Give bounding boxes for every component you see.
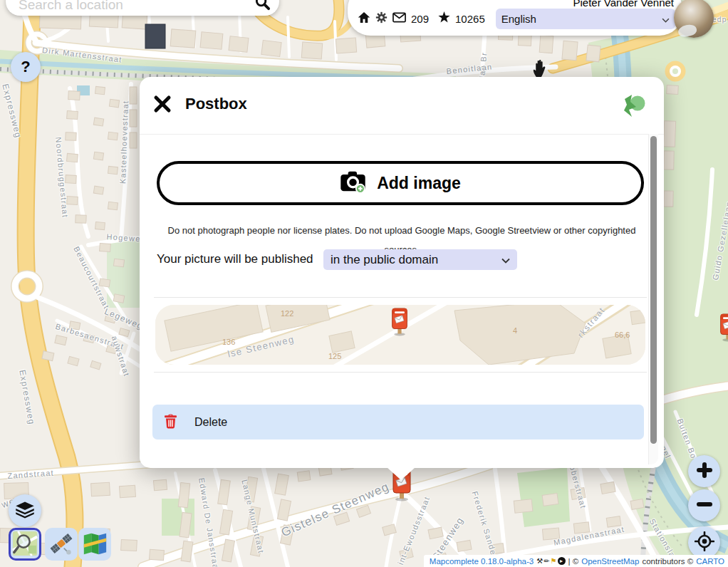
home-icon[interactable] bbox=[358, 11, 370, 26]
folded-map-icon bbox=[81, 530, 108, 559]
camera-plus-icon bbox=[340, 170, 366, 197]
osm-link[interactable]: OpenStreetMap bbox=[581, 557, 639, 566]
dialog-scrollbar[interactable] bbox=[648, 134, 658, 464]
language-value: English bbox=[501, 13, 536, 25]
search-icon[interactable] bbox=[254, 0, 271, 14]
attribution-icons: ⚒✏⚑▸ bbox=[536, 557, 565, 565]
feature-minimap[interactable]: lse Steenwegrkstraat 122136125466,6 bbox=[155, 305, 645, 365]
chevron-down-icon bbox=[501, 253, 510, 267]
zoom-out-button[interactable] bbox=[688, 489, 720, 521]
chevron-down-icon bbox=[662, 13, 670, 25]
attribution-icon: ✏ bbox=[544, 558, 549, 565]
license-value: in the public domain bbox=[331, 253, 438, 267]
house-number: 4 bbox=[513, 326, 517, 335]
minus-icon bbox=[696, 496, 713, 515]
add-image-label: Add image bbox=[377, 174, 461, 193]
background-osm-button[interactable] bbox=[9, 528, 41, 561]
trash-icon bbox=[164, 413, 177, 432]
search-bar bbox=[6, 0, 279, 16]
zoom-in-button[interactable] bbox=[688, 455, 720, 487]
user-name: Pieter Vander Vennet bbox=[573, 0, 675, 9]
search-input[interactable] bbox=[17, 0, 254, 14]
changeset-count: 10265 bbox=[455, 13, 485, 25]
delete-button[interactable]: Delete bbox=[152, 405, 644, 439]
language-select[interactable]: English bbox=[496, 9, 675, 29]
postbox-marker-mini bbox=[390, 308, 409, 339]
divider bbox=[154, 372, 647, 373]
plus-icon bbox=[696, 462, 713, 481]
license-select[interactable]: in the public domain bbox=[323, 249, 517, 270]
attribution-icon: ⚒ bbox=[536, 558, 543, 565]
publish-label: Your picture will be published bbox=[157, 252, 313, 266]
layers-button[interactable] bbox=[9, 494, 41, 527]
divider bbox=[154, 297, 647, 298]
mapcomplete-app: Dirk MartensstraatJan BrBenoitlaanExpres… bbox=[0, 0, 728, 567]
attribution-icon: ▸ bbox=[558, 557, 566, 565]
dialog-title: Postbox bbox=[185, 95, 247, 113]
delete-label: Delete bbox=[194, 416, 227, 429]
osm-map-search-icon bbox=[11, 530, 38, 559]
attribution-separator: | © bbox=[568, 557, 579, 566]
house-number: 125 bbox=[328, 352, 341, 360]
background-satellite-button[interactable] bbox=[45, 528, 78, 561]
postbox-marker-partial[interactable] bbox=[719, 313, 728, 345]
attribution-bar: Mapcomplete 0.18.0-alpha-3 ⚒✏⚑▸ | © Open… bbox=[424, 555, 728, 567]
house-number: 66,6 bbox=[615, 331, 630, 339]
close-icon[interactable] bbox=[152, 94, 174, 115]
layers-icon bbox=[15, 501, 35, 521]
mapcomplete-version-link[interactable]: Mapcomplete 0.18.0-alpha-3 bbox=[430, 557, 534, 566]
dialog-pointer bbox=[387, 467, 415, 480]
messages-envelope-icon[interactable] bbox=[392, 12, 406, 26]
help-button[interactable]: ? bbox=[11, 52, 41, 82]
house-number: 136 bbox=[222, 338, 235, 346]
attribution-icon: ⚑ bbox=[551, 558, 557, 565]
settings-gear-icon[interactable] bbox=[375, 11, 388, 26]
inbox-count: 209 bbox=[411, 13, 429, 25]
geolocate-crosshair-icon bbox=[695, 531, 714, 553]
header-divider bbox=[140, 134, 664, 135]
scrollbar-thumb[interactable] bbox=[650, 136, 657, 444]
house-number: 122 bbox=[281, 309, 293, 318]
add-image-button[interactable]: Add image bbox=[157, 161, 644, 205]
satellite-icon bbox=[48, 530, 75, 559]
postbox-dialog: Postbox Add image Do not photograph peop… bbox=[140, 77, 664, 468]
background-map-button[interactable] bbox=[78, 528, 111, 561]
carto-link[interactable]: CARTO bbox=[696, 557, 724, 566]
star-icon bbox=[438, 11, 450, 26]
geolocate-button[interactable] bbox=[688, 526, 720, 558]
contributors-text: contributors © bbox=[642, 557, 693, 566]
mapcomplete-logo-icon bbox=[620, 93, 647, 121]
